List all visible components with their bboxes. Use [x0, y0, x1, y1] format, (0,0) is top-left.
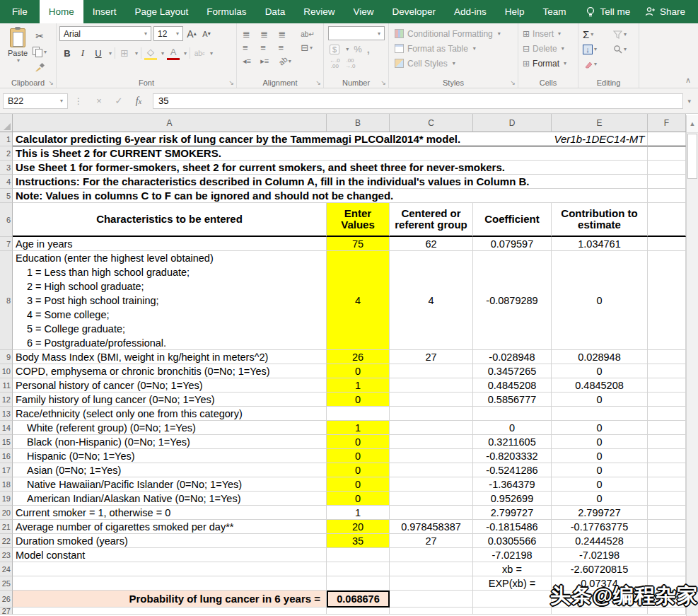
- find-select-button[interactable]: ▾: [613, 42, 636, 56]
- cell-C21[interactable]: 0.978458387: [390, 520, 473, 534]
- borders-icon[interactable]: ⊞: [118, 46, 131, 60]
- cell-F14[interactable]: [648, 421, 686, 435]
- cell-B16[interactable]: 0: [327, 449, 390, 463]
- cell-A7[interactable]: Age in years: [13, 237, 327, 251]
- cell-B11[interactable]: 1: [327, 378, 390, 393]
- cell-E3[interactable]: [552, 161, 648, 175]
- cell-E6[interactable]: Contribution to estimate: [552, 203, 648, 237]
- formula-input[interactable]: 35: [153, 93, 683, 109]
- cell-B7[interactable]: 75: [327, 237, 390, 251]
- row-header-19[interactable]: 19: [0, 492, 13, 506]
- orientation-icon[interactable]: ab▾: [279, 54, 298, 67]
- align-middle-icon[interactable]: ≣: [260, 28, 274, 40]
- col-header-C[interactable]: C: [390, 114, 473, 132]
- cell-F24[interactable]: [648, 562, 686, 576]
- cell-D26[interactable]: [473, 591, 552, 608]
- row-header-13[interactable]: 13: [0, 407, 13, 421]
- row-header-4[interactable]: 4: [0, 175, 13, 189]
- cell-F3[interactable]: [648, 161, 686, 175]
- row-header-26[interactable]: 26: [0, 591, 13, 608]
- cell-F13[interactable]: [648, 407, 686, 421]
- row-header-12[interactable]: 12: [0, 393, 13, 407]
- tell-me-box[interactable]: Tell me: [586, 0, 631, 23]
- scroll-up-icon[interactable]: ▲: [687, 115, 698, 133]
- cell-A2[interactable]: This is Sheet 2 for CURRENT SMOKERS.: [13, 146, 552, 161]
- cell-E12[interactable]: 0: [552, 393, 648, 407]
- align-left-icon[interactable]: ≡: [243, 41, 257, 54]
- cell-D7[interactable]: 0.079597: [473, 237, 552, 251]
- cell-F5[interactable]: [648, 189, 686, 203]
- cell-C26[interactable]: [390, 591, 473, 608]
- cell-D13[interactable]: [473, 407, 552, 421]
- cell-A22[interactable]: Duration smoked (years): [13, 534, 327, 548]
- cell-C7[interactable]: 62: [390, 237, 473, 251]
- cell-E8[interactable]: 0: [552, 251, 648, 350]
- cell-C6[interactable]: Centered or referent group: [390, 203, 473, 237]
- cell-C23[interactable]: [390, 548, 473, 562]
- cell-A25[interactable]: [13, 576, 327, 591]
- col-header-F[interactable]: F: [648, 114, 686, 132]
- cell-F8[interactable]: [648, 251, 686, 350]
- cell-D8[interactable]: -0.0879289: [473, 251, 552, 350]
- cell-A12[interactable]: Family history of lung cancer (0=No; 1=Y…: [13, 393, 327, 407]
- scrollbar-thumb[interactable]: [687, 134, 697, 179]
- cell-styles-button[interactable]: Cell Styles▾: [395, 56, 515, 71]
- cell-F22[interactable]: [648, 534, 686, 548]
- cell-B21[interactable]: 20: [327, 520, 390, 534]
- cell-C25[interactable]: [390, 576, 473, 591]
- wrap-text-icon[interactable]: ab↵: [301, 28, 320, 40]
- cell-D16[interactable]: -0.8203332: [473, 449, 552, 463]
- cell-E1[interactable]: Ver1b-1DEC14-MT: [552, 132, 648, 146]
- tab-view[interactable]: View: [344, 0, 383, 23]
- cell-D14[interactable]: 0: [473, 421, 552, 435]
- cell-A16[interactable]: Hispanic (0=No; 1=Yes): [13, 449, 327, 463]
- cell-A9[interactable]: Body Mass Index (BMI, weight in kg/heigh…: [13, 350, 327, 364]
- cell-B6[interactable]: Enter Values: [327, 203, 390, 237]
- cell-B23[interactable]: [327, 548, 390, 562]
- underline-button[interactable]: U: [92, 46, 105, 60]
- tab-review[interactable]: Review: [294, 0, 344, 23]
- cell-F4[interactable]: [648, 175, 686, 189]
- cell-A23[interactable]: Model constant: [13, 548, 327, 562]
- cell-A15[interactable]: Black (non-Hispanic) (0=No; 1=Yes): [13, 435, 327, 449]
- cell-C11[interactable]: [390, 378, 473, 393]
- fill-color-icon[interactable]: ◇: [144, 46, 157, 60]
- cell-B19[interactable]: 0: [327, 492, 390, 506]
- bold-button[interactable]: B: [61, 46, 74, 60]
- cell-D12[interactable]: 0.5856777: [473, 393, 552, 407]
- cell-C19[interactable]: [390, 492, 473, 506]
- cell-F16[interactable]: [648, 449, 686, 463]
- percent-icon[interactable]: %: [354, 44, 362, 54]
- cell-B20[interactable]: 1: [327, 506, 390, 520]
- cell-F9[interactable]: [648, 350, 686, 364]
- row-header-25[interactable]: 25: [0, 576, 13, 591]
- cell-B17[interactable]: 0: [327, 463, 390, 477]
- col-header-E[interactable]: E: [552, 114, 648, 132]
- cell-A18[interactable]: Native Hawaiian/Pacific Islander (0=No; …: [13, 477, 327, 492]
- cell-E17[interactable]: 0: [552, 463, 648, 477]
- copy-button[interactable]: ▾: [33, 45, 47, 59]
- cell-F6[interactable]: [648, 203, 686, 237]
- cell-A13[interactable]: Race/ethnicity (select only one from thi…: [13, 407, 327, 421]
- row-header-11[interactable]: 11: [0, 378, 13, 393]
- cell-E4[interactable]: [552, 175, 648, 189]
- tab-insert[interactable]: Insert: [83, 0, 126, 23]
- enter-formula-icon[interactable]: ✓: [109, 95, 129, 106]
- cell-A11[interactable]: Personal history of cancer (0=No; 1=Yes): [13, 378, 327, 393]
- format-cells-button[interactable]: ⊞ Format▾: [523, 56, 575, 71]
- cell-C8[interactable]: 4: [390, 251, 473, 350]
- cell-B10[interactable]: 0: [327, 364, 390, 378]
- cell-C12[interactable]: [390, 393, 473, 407]
- cell-F1[interactable]: [648, 132, 686, 146]
- tab-home[interactable]: Home: [40, 0, 83, 23]
- currency-icon[interactable]: $: [330, 45, 339, 54]
- tab-page-layout[interactable]: Page Layout: [126, 0, 198, 23]
- cell-B13[interactable]: [327, 407, 390, 421]
- row-header-8[interactable]: 8: [0, 251, 13, 350]
- row-header-24[interactable]: 24: [0, 562, 13, 576]
- cell-F18[interactable]: [648, 477, 686, 492]
- cell-A24[interactable]: [13, 562, 327, 576]
- cell-C9[interactable]: 27: [390, 350, 473, 364]
- cell-C16[interactable]: [390, 449, 473, 463]
- row-header-21[interactable]: 21: [0, 520, 13, 534]
